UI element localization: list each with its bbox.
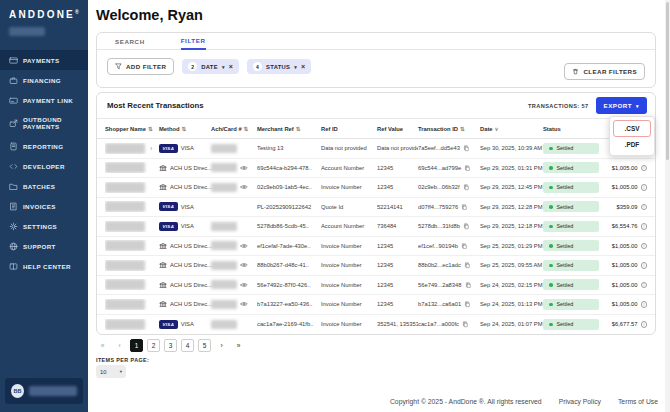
copy-icon[interactable] bbox=[463, 145, 470, 152]
transaction-row[interactable]: VISAVISAPL-20252909122642Quote Id5221414… bbox=[97, 198, 655, 218]
filter-chip-status[interactable]: 4 STATUS ▾ × bbox=[247, 59, 311, 74]
date-cell: Sep 24, 2025, 01:07 PM bbox=[480, 321, 543, 327]
sidebar-item-support[interactable]: SUPPORT bbox=[0, 236, 88, 256]
info-icon[interactable]: i bbox=[641, 262, 648, 269]
page-first-button[interactable]: « bbox=[96, 339, 109, 352]
sidebar-item-outbound-payments[interactable]: OUTBOUND PAYMENTS bbox=[0, 110, 88, 136]
column-header-ach-card-[interactable]: Ach/Card #⇅ bbox=[211, 126, 257, 132]
info-icon[interactable]: i bbox=[641, 243, 648, 250]
sidebar-item-developer[interactable]: DEVELOPER bbox=[0, 156, 88, 176]
export-csv-option[interactable]: .CSV bbox=[613, 120, 651, 137]
info-icon[interactable]: i bbox=[641, 165, 648, 172]
row-expander-icon[interactable]: › bbox=[150, 145, 152, 152]
status-cell: Settled bbox=[543, 143, 605, 154]
tab-filter[interactable]: FILTER bbox=[181, 37, 206, 50]
method-label: ACH US Direc... bbox=[170, 184, 212, 190]
reveal-eye-icon[interactable] bbox=[240, 261, 248, 269]
items-per-page-select[interactable]: 10 ▾ bbox=[96, 365, 126, 378]
info-icon[interactable]: i bbox=[641, 223, 648, 230]
reveal-eye-icon[interactable] bbox=[240, 281, 248, 289]
sidebar-item-batches[interactable]: BATCHES bbox=[0, 176, 88, 196]
redacted-shopper-name bbox=[105, 279, 145, 290]
merchant-ref-cell: 5278db86-5cdb-45.. bbox=[257, 223, 321, 229]
page-last-button[interactable]: » bbox=[232, 339, 245, 352]
copy-icon[interactable] bbox=[463, 223, 470, 230]
copy-icon[interactable] bbox=[464, 262, 471, 269]
outbound-payments-icon bbox=[9, 119, 18, 128]
clear-filters-button[interactable]: CLEAR FILTERS bbox=[564, 63, 645, 80]
sidebar-item-payment-link[interactable]: PAYMENT LINK bbox=[0, 90, 88, 110]
column-header-method[interactable]: Method⇅ bbox=[159, 126, 211, 132]
reveal-eye-icon[interactable] bbox=[240, 164, 248, 172]
sidebar-item-help-center[interactable]: HELP CENTER bbox=[0, 256, 88, 276]
transaction-row[interactable]: ACH US Direc...56e7492c-87f0-426..Invoic… bbox=[97, 276, 655, 296]
column-label: Method bbox=[159, 126, 180, 132]
info-icon[interactable]: i bbox=[641, 321, 648, 328]
page-prev-button[interactable]: ‹ bbox=[113, 339, 126, 352]
reveal-eye-icon[interactable] bbox=[240, 300, 248, 308]
column-header-shopper-name[interactable]: Shopper Name⇅ bbox=[105, 126, 159, 132]
column-label: Transaction ID bbox=[418, 126, 458, 132]
transaction-row[interactable]: ACH US Direc...ef1cefaf-7ade-430e..Invoi… bbox=[97, 237, 655, 257]
info-icon[interactable]: i bbox=[641, 301, 648, 308]
info-icon[interactable]: i bbox=[641, 204, 648, 211]
scrollbar-thumb[interactable] bbox=[666, 2, 669, 160]
sidebar-item-label: BATCHES bbox=[23, 183, 55, 191]
page-3-button[interactable]: 3 bbox=[164, 339, 177, 352]
page-2-button[interactable]: 2 bbox=[147, 339, 160, 352]
remove-chip-icon[interactable]: × bbox=[301, 64, 305, 70]
transaction-row[interactable]: ACH US Direc...b7a13227-ea50-436..Invoic… bbox=[97, 295, 655, 315]
transaction-row[interactable]: VISAVISA5278db86-5cdb-45..Account Number… bbox=[97, 217, 655, 237]
add-filter-button[interactable]: ADD FILTER bbox=[107, 58, 174, 75]
sidebar-item-payments[interactable]: PAYMENTS bbox=[0, 50, 88, 70]
reveal-eye-icon[interactable] bbox=[240, 183, 248, 191]
user-menu[interactable]: BB bbox=[5, 378, 83, 404]
status-badge: Settled bbox=[543, 279, 599, 290]
copy-icon[interactable] bbox=[462, 321, 469, 328]
tab-search[interactable]: SEARCH bbox=[115, 38, 145, 49]
sidebar-item-reporting[interactable]: REPORTING bbox=[0, 136, 88, 156]
export-pdf-option[interactable]: .PDF bbox=[613, 137, 651, 152]
sidebar-item-settings[interactable]: SETTINGS bbox=[0, 216, 88, 236]
sidebar-item-financing[interactable]: FINANCING bbox=[0, 70, 88, 90]
copy-icon[interactable] bbox=[464, 165, 471, 172]
chevron-down-icon[interactable]: ▾ bbox=[222, 64, 225, 70]
copy-icon[interactable] bbox=[465, 282, 472, 289]
chevron-down-icon[interactable]: ▾ bbox=[294, 64, 297, 70]
app-logo: ANDDONE® bbox=[0, 0, 88, 22]
column-header-transaction-id[interactable]: Transaction ID⇅ bbox=[418, 126, 480, 132]
copy-icon[interactable] bbox=[463, 184, 470, 191]
info-icon[interactable]: i bbox=[641, 282, 648, 289]
status-badge: Settled bbox=[543, 221, 599, 232]
copy-icon[interactable] bbox=[464, 301, 471, 308]
transaction-row[interactable]: ACH US Direc...88b0b267-d48c-41..Invoice… bbox=[97, 256, 655, 276]
ref-id-cell: Invoice Number bbox=[321, 262, 377, 268]
info-icon[interactable]: i bbox=[641, 184, 648, 191]
column-header-date[interactable]: Date∨ bbox=[480, 126, 543, 132]
remove-chip-icon[interactable]: × bbox=[229, 64, 233, 70]
amount-cell: $1,005.00i bbox=[605, 301, 647, 308]
transaction-row[interactable]: ACH US Direc...69c544ca-b294-478..Accoun… bbox=[97, 159, 655, 179]
financing-icon bbox=[9, 76, 18, 85]
privacy-policy-link[interactable]: Privacy Policy bbox=[559, 398, 601, 405]
status-dot-icon bbox=[549, 205, 553, 209]
column-header-merchant-ref[interactable]: Merchant Ref⇅ bbox=[257, 126, 321, 132]
filter-chip-date[interactable]: 2 DATE ▾ × bbox=[182, 59, 239, 74]
redacted-shopper-name bbox=[105, 299, 145, 310]
transaction-row[interactable]: ACH US Direc...02c9eb09-1ab5-4ec..Invoic… bbox=[97, 178, 655, 198]
reveal-eye-icon[interactable] bbox=[240, 242, 248, 250]
transaction-row[interactable]: ›VISAVISATesting 13Data not providedData… bbox=[97, 139, 655, 159]
sidebar-item-invoices[interactable]: INVOICES bbox=[0, 196, 88, 216]
transaction-row[interactable]: VISAVISAcac1a7ae-2169-41fb..Invoice Numb… bbox=[97, 315, 655, 335]
page-1-button[interactable]: 1 bbox=[130, 339, 143, 352]
ref-value-cell: 736484 bbox=[377, 223, 418, 229]
terms-of-use-link[interactable]: Terms of Use bbox=[618, 398, 658, 405]
status-badge: Settled bbox=[543, 201, 599, 212]
copy-icon[interactable] bbox=[461, 204, 468, 211]
ref-value-cell: 52214141 bbox=[377, 204, 418, 210]
export-button[interactable]: EXPORT ▾ bbox=[596, 97, 647, 114]
page-next-button[interactable]: › bbox=[215, 339, 228, 352]
copy-icon[interactable] bbox=[461, 243, 468, 250]
page-5-button[interactable]: 5 bbox=[198, 339, 211, 352]
page-4-button[interactable]: 4 bbox=[181, 339, 194, 352]
